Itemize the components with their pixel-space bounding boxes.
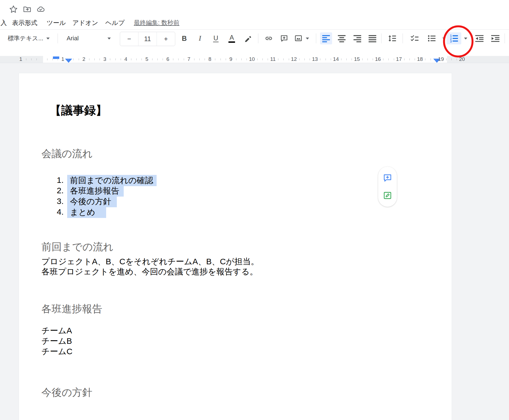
- move-folder-icon[interactable]: [23, 5, 31, 13]
- menu-help[interactable]: ヘルプ: [105, 18, 125, 27]
- add-comment-button[interactable]: [278, 32, 290, 44]
- ruler-tick: [173, 58, 173, 60]
- agenda-heading: 会議の流れ: [41, 148, 93, 160]
- italic-button[interactable]: I: [194, 32, 206, 44]
- ruler-tick: [268, 58, 268, 60]
- image-icon: [295, 35, 302, 42]
- ruler-number: 2: [82, 56, 85, 63]
- add-comment-floating-button[interactable]: [381, 172, 394, 184]
- text-color-bar: [228, 41, 235, 43]
- ruler-tick: [136, 58, 137, 60]
- ruler-tick: [304, 58, 305, 60]
- ruler-tick: [388, 58, 389, 60]
- svg-text:3: 3: [450, 40, 452, 43]
- numbered-list-icon: 1 2 3: [449, 34, 458, 43]
- font-size-value[interactable]: 11: [138, 32, 157, 46]
- ruler-tick: [89, 58, 89, 60]
- ruler-tick: [446, 58, 446, 60]
- increase-indent-button[interactable]: [489, 32, 501, 44]
- ruler-number: 14: [333, 56, 339, 63]
- ruler-number: 17: [396, 56, 402, 63]
- add-comment-icon: [280, 35, 288, 42]
- ruler-tick: [178, 58, 179, 60]
- prev-flow-heading: 前回までの流れ: [41, 241, 113, 253]
- bulleted-list-button[interactable]: [426, 32, 438, 44]
- list-number: 2.: [57, 185, 67, 197]
- ruler-tick: [320, 58, 320, 60]
- team-line: チームA: [41, 325, 72, 336]
- ruler-number: 10: [249, 56, 255, 63]
- ruler-number: 8: [208, 56, 211, 63]
- decrease-indent-button[interactable]: [473, 32, 485, 44]
- first-line-indent-marker[interactable]: [53, 56, 59, 59]
- ruler-tick: [115, 58, 116, 60]
- numbered-list-button[interactable]: 1 2 3: [446, 32, 461, 44]
- ruler-tick: [184, 58, 184, 60]
- ruler-tick: [121, 58, 121, 60]
- insert-link-button[interactable]: [263, 32, 275, 44]
- ruler-tick: [326, 58, 326, 60]
- ruler-number: 1: [19, 56, 22, 63]
- ruler-number: 16: [375, 56, 381, 63]
- ruler-tick: [205, 58, 205, 60]
- ruler-number: 13: [312, 56, 318, 63]
- font-dropdown[interactable]: Arial: [67, 32, 79, 44]
- ruler-tick: [257, 58, 258, 60]
- image-dropdown-caret-icon[interactable]: [303, 32, 312, 44]
- align-center-button[interactable]: [336, 32, 348, 44]
- align-right-button[interactable]: [351, 32, 363, 44]
- ruler-tick: [457, 58, 457, 60]
- bold-button[interactable]: B: [178, 32, 190, 44]
- selected-list-text: まとめ: [67, 207, 106, 218]
- ruler-tick: [404, 58, 405, 60]
- menu-tools[interactable]: ツール: [47, 18, 66, 27]
- menu-insert-partial[interactable]: 入: [1, 18, 7, 27]
- ruler-tick: [331, 58, 331, 60]
- insert-image-button[interactable]: [292, 32, 304, 44]
- underline-button[interactable]: U: [210, 32, 222, 44]
- ruler-tick: [415, 58, 415, 60]
- text-color-button[interactable]: A: [226, 32, 238, 44]
- list-item: 2. 各班進捗報告: [57, 185, 124, 197]
- decrease-font-size-button[interactable]: −: [120, 32, 138, 46]
- numbered-list-caret-icon[interactable]: [462, 32, 470, 44]
- ruler-tick: [58, 58, 58, 60]
- ruler-number: 6: [166, 56, 169, 63]
- line-spacing-button[interactable]: [386, 32, 398, 44]
- ruler-tick: [409, 58, 410, 60]
- ruler-tick: [47, 58, 47, 60]
- ruler[interactable]: 11234567891011121314151617181920: [0, 56, 509, 63]
- team-line: チームC: [41, 346, 72, 357]
- ruler-number: 4: [125, 56, 128, 63]
- link-icon: [265, 35, 273, 42]
- list-number: 1.: [57, 175, 67, 186]
- ruler-tick: [94, 58, 95, 60]
- paragraph-style-dropdown[interactable]: 標準テキス...: [8, 32, 43, 44]
- last-edited-link[interactable]: 最終編集: 数秒前: [134, 18, 179, 27]
- suggest-edits-button[interactable]: [381, 189, 394, 202]
- font-dropdown-caret-icon[interactable]: [105, 32, 113, 44]
- star-icon[interactable]: [9, 5, 18, 13]
- toolbar-divider: [381, 33, 381, 43]
- align-justify-button[interactable]: [366, 32, 378, 44]
- ruler-tick: [199, 58, 200, 60]
- font-size-control: − 11 +: [120, 32, 175, 46]
- menu-format[interactable]: 表示形式: [12, 18, 37, 27]
- floating-comment-widget: [378, 167, 397, 207]
- cloud-saved-icon[interactable]: [37, 5, 45, 13]
- align-left-button[interactable]: [320, 32, 332, 44]
- ruler-tick: [341, 58, 341, 60]
- ruler-number: 15: [354, 56, 360, 63]
- ruler-tick: [68, 58, 68, 60]
- left-indent-marker[interactable]: [65, 59, 72, 63]
- menu-addons[interactable]: アドオン: [72, 18, 98, 27]
- decrease-indent-icon: [475, 34, 483, 42]
- ruler-tick: [110, 58, 110, 60]
- checklist-button[interactable]: [409, 32, 421, 44]
- ruler-tick: [194, 58, 194, 60]
- document-page[interactable]: 【議事録】 会議の流れ 1. 前回までの流れの確認 2. 各班進捗報告 3. 今…: [19, 73, 452, 420]
- highlighter-icon: [244, 34, 252, 42]
- highlighter-button[interactable]: [242, 32, 254, 44]
- style-dropdown-caret-icon[interactable]: [44, 32, 52, 44]
- increase-font-size-button[interactable]: +: [157, 32, 175, 46]
